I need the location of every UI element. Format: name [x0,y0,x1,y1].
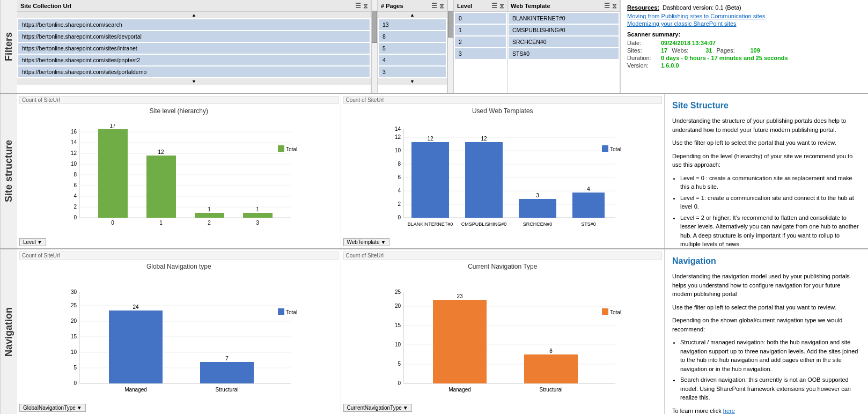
level-item[interactable]: 1 [455,25,506,35]
svg-text:0: 0 [398,215,401,220]
pages-item[interactable]: 13 [379,19,446,30]
svg-text:30: 30 [71,289,77,295]
svg-text:2: 2 [208,220,211,226]
global-nav-chart-title: Global Navigation type [19,263,339,270]
svg-rect-54 [519,199,556,218]
site-url-item[interactable]: https://bertonline.sharepoint.com/sites/… [18,43,370,54]
resources-link1[interactable]: Moving from Publishing sites to Communic… [627,13,862,19]
date-label: Date: [627,40,657,46]
level-header: Level [457,3,472,9]
svg-rect-32 [278,145,284,152]
site-structure-bullet3: Level = 2 or higher: It's recommend to f… [680,213,860,249]
site-url-sort-icon[interactable]: ⧖ [363,2,367,10]
level-sort-icon[interactable]: ⧖ [499,2,504,10]
svg-text:Structural: Structural [216,387,239,393]
global-nav-filter-btn[interactable]: GlobalNavigationType ▼ [19,404,86,412]
svg-text:23: 23 [457,293,463,299]
svg-text:14: 14 [71,139,77,145]
duration-value: 0 days - 0 hours - 17 minutes and 25 sec… [661,55,788,61]
site-structure-text1: Understanding the structure of your publ… [672,116,860,134]
pages-filter-icon[interactable]: ☰ [431,2,437,10]
svg-rect-104 [602,308,608,315]
site-level-filter-btn[interactable]: Level ▼ [19,238,46,246]
version-label: Version: [627,62,657,69]
svg-text:25: 25 [395,289,401,295]
site-url-item[interactable]: https://bertonline.sharepoint.com/search [18,19,370,30]
svg-rect-20 [98,129,128,218]
site-url-item[interactable]: https://bertonline.sharepoint.com/sites/… [18,66,370,77]
current-nav-chart-panel: Count of SiteUrl Current Navigation Type… [341,249,665,414]
site-structure-list: Level = 0 : create a communication site … [680,174,860,249]
web-template-item[interactable]: CMSPUBLISHING#0 [509,25,619,35]
web-templates-chart-title: Used Web Templates [343,107,663,115]
svg-rect-98 [433,300,487,383]
pages-item[interactable]: 5 [379,43,446,54]
svg-text:25: 25 [71,302,77,308]
level-item[interactable]: 2 [455,36,506,47]
svg-text:Managed: Managed [448,387,471,393]
svg-text:8: 8 [549,348,553,354]
web-template-item[interactable]: BLANKINTERNET#0 [509,13,619,24]
web-template-filter-icon[interactable]: ☰ [604,2,610,10]
web-template-item[interactable]: STS#0 [509,48,619,59]
svg-text:2: 2 [398,201,401,207]
pages-scroll-up[interactable]: ▲ [378,12,447,18]
pages-item[interactable]: 8 [379,31,446,42]
navigation-text3: Depending on the shown global/current na… [672,316,860,334]
web-template-item[interactable]: SRCHCEN#0 [509,36,619,47]
svg-text:1: 1 [159,220,163,226]
svg-text:7: 7 [225,356,229,361]
filters-section-label: Filters [0,0,17,93]
navigation-text4: To learn more click here [672,406,860,415]
level-item[interactable]: 3 [455,48,506,59]
current-nav-count-label: Count of SiteUrl [343,252,663,260]
svg-text:14: 14 [395,126,401,132]
svg-text:CMSPUBLISHING#0: CMSPUBLISHING#0 [461,221,506,227]
svg-rect-50 [411,142,449,218]
site-url-scroll-up[interactable]: ▲ [17,12,371,18]
svg-text:4: 4 [587,186,590,192]
pages-scrollbar[interactable] [447,0,454,93]
resources-link2[interactable]: Modernizing your classic SharePoint site… [627,20,862,27]
web-templates-filter-btn[interactable]: WebTemplate ▼ [343,238,390,246]
svg-text:16: 16 [71,129,77,135]
svg-text:2: 2 [74,204,77,210]
svg-text:12: 12 [481,136,487,142]
navigation-section-label: Navigation [0,249,17,414]
site-url-filter-icon[interactable]: ☰ [355,2,361,10]
site-url-scrollbar[interactable] [371,0,378,93]
svg-text:3: 3 [256,220,259,226]
web-template-header: Web Template [511,3,550,9]
svg-text:5: 5 [398,361,401,367]
navigation-bullet1: Structural / managed navigation: both th… [680,338,860,373]
navigation-here-link[interactable]: here [723,408,735,414]
pages-item[interactable]: 4 [379,55,446,65]
navigation-info-title: Navigation [672,255,860,268]
svg-text:Total: Total [610,309,621,315]
svg-text:0: 0 [74,215,77,220]
svg-text:STS#0: STS#0 [581,221,596,227]
svg-text:5: 5 [74,365,77,371]
site-url-scroll-down[interactable]: ▼ [17,78,371,85]
scanner-summary-title: Scanner summary: [627,31,862,38]
pages-sort-icon[interactable]: ⧖ [439,2,444,10]
svg-rect-22 [146,156,176,218]
svg-rect-62 [602,145,608,152]
web-template-sort-icon[interactable]: ⧖ [612,2,616,10]
web-templates-chart-panel: Count of SiteUrl Used Web Templates 0 2 … [341,94,665,248]
pages-scroll-down[interactable]: ▼ [378,78,447,85]
level-filter-icon[interactable]: ☰ [491,2,497,10]
svg-text:SRCHCEN#0: SRCHCEN#0 [523,221,552,227]
site-url-item[interactable]: https://bertonline.sharepoint.com/sites/… [18,55,370,65]
level-item[interactable]: 0 [455,13,506,24]
site-url-item[interactable]: https://bertonline.sharepoint.com/sites/… [18,31,370,42]
svg-text:12: 12 [427,136,433,142]
svg-text:15: 15 [71,334,77,339]
pages-item[interactable]: 3 [379,66,446,77]
global-nav-chart-panel: Count of SiteUrl Global Navigation type … [17,249,341,414]
svg-text:12: 12 [71,150,77,156]
web-templates-chart: 0 2 4 6 8 10 12 14 [379,124,626,236]
svg-text:0: 0 [74,380,77,386]
site-structure-info-panel: Site Structure Understanding the structu… [664,94,868,248]
current-nav-filter-btn[interactable]: CurrentNavigationType ▼ [343,404,412,412]
